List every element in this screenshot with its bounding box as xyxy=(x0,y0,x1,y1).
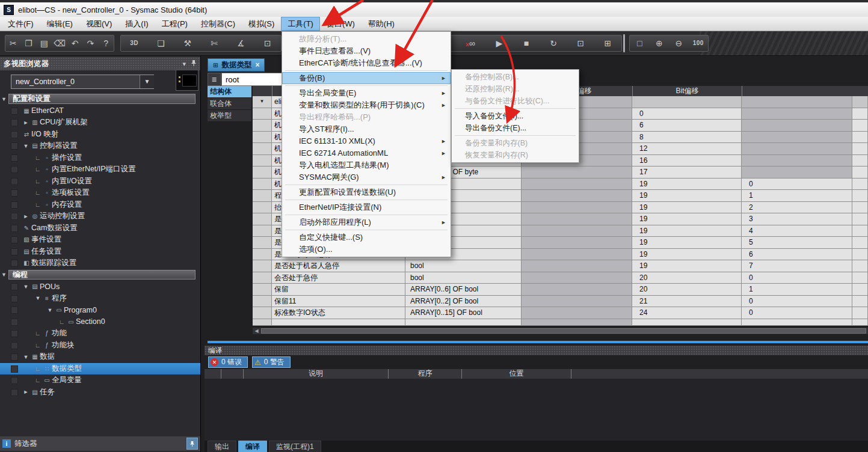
pane-splitter[interactable] xyxy=(208,341,868,343)
menu-item-import-st-program[interactable]: 导入ST程序(I)... xyxy=(282,123,451,135)
menu-item-export-backup-file[interactable]: 导出备份文件(E)... xyxy=(452,122,579,134)
expander-icon[interactable]: ▼ xyxy=(34,295,42,301)
watch-monitor-off-icon[interactable]: ∞× xyxy=(466,35,479,51)
menu-item-sysmac-gateway[interactable]: SYSMAC网关(G)► xyxy=(282,171,451,183)
row-selector[interactable] xyxy=(253,249,272,261)
fit-page-icon[interactable]: □ xyxy=(633,35,646,51)
cell-comment[interactable] xyxy=(852,272,868,284)
cell-byte-offset[interactable]: 12 xyxy=(632,143,742,155)
row-selector[interactable] xyxy=(253,237,272,249)
cell-offset-type[interactable] xyxy=(522,260,632,272)
cell-byte-offset[interactable]: 0 xyxy=(632,108,742,120)
row-selector[interactable] xyxy=(253,120,272,132)
cell-bit-offset[interactable]: 7 xyxy=(742,260,852,272)
menubar-item-tools[interactable]: 工具(T) xyxy=(281,17,320,31)
cell-offset-type[interactable] xyxy=(522,272,632,284)
bottom-tab-output[interactable]: 输出 xyxy=(208,441,236,452)
cell-bit-offset[interactable] xyxy=(742,132,852,144)
row-selector[interactable] xyxy=(253,132,272,144)
cell-byte-offset[interactable]: 21 xyxy=(632,296,742,308)
expander-icon[interactable]: ▼ xyxy=(46,307,54,313)
cell-offset-type[interactable] xyxy=(522,296,632,308)
measure-icon[interactable]: ∡ xyxy=(234,35,247,51)
cell-bit-offset[interactable]: 2 xyxy=(742,202,852,214)
cell-byte-offset[interactable]: 6 xyxy=(632,120,742,132)
tree-item-function-blocks[interactable]: ∟ƒ功能块 xyxy=(0,340,200,352)
row-selector[interactable] xyxy=(253,225,272,237)
cell-byte-offset[interactable]: 19 xyxy=(632,260,742,272)
cell-bit-offset[interactable]: 3 xyxy=(742,213,852,225)
tree-item-pous[interactable]: ▼▤POUs xyxy=(0,281,200,293)
cell-byte-offset[interactable]: 19 xyxy=(632,190,742,202)
menu-item-import-motor-sizing-tool-results[interactable]: 导入电机选型工具结果(M) xyxy=(282,159,451,171)
cell-bit-offset[interactable] xyxy=(742,155,852,167)
menu-item-ethernet-ip-connection-settings[interactable]: EtherNet/IP连接设置(N) xyxy=(282,201,451,213)
paste-icon[interactable]: ▤ xyxy=(37,35,51,51)
cell-comment[interactable] xyxy=(852,284,868,296)
cell-comment[interactable] xyxy=(852,166,868,179)
cell-bit-offset[interactable] xyxy=(742,120,852,132)
cell-name[interactable]: 标准数字IO状态 xyxy=(272,307,405,319)
tree-item-global-variables[interactable]: ∟▭全局变量 xyxy=(0,374,200,386)
cell-comment[interactable] xyxy=(852,132,868,144)
tree-item-data-types[interactable]: ∟∷数据类型 xyxy=(0,363,200,375)
column-header-5[interactable] xyxy=(742,86,852,96)
menubar-item-window[interactable]: 窗口(W) xyxy=(320,17,362,31)
filter-label[interactable]: 筛选器 xyxy=(14,439,186,449)
cell-byte-offset[interactable]: 24 xyxy=(632,307,742,319)
expander-icon[interactable]: ▼ xyxy=(22,354,30,360)
split-section-icon[interactable]: ✄ xyxy=(208,35,221,51)
cell-comment[interactable] xyxy=(852,143,868,155)
row-selector[interactable] xyxy=(253,272,272,284)
cell-comment[interactable] xyxy=(852,120,868,132)
transfer-to-controller-icon[interactable]: ⊡ xyxy=(574,35,587,51)
menu-item-variable-and-data-type-comments[interactable]: 变量和数据类型的注释(用于切换)(C)► xyxy=(282,99,451,111)
menu-item-options[interactable]: 选项(O)... xyxy=(282,243,451,255)
cell-offset-type[interactable] xyxy=(522,213,632,225)
cell-bit-offset[interactable] xyxy=(742,96,852,108)
column-header-4[interactable]: Bit偏移 xyxy=(632,86,742,96)
cell-byte-offset[interactable]: 16 xyxy=(632,155,742,167)
filter-pin-icon[interactable] xyxy=(186,438,198,450)
row-selector[interactable] xyxy=(253,213,272,225)
undo-icon[interactable]: ↶ xyxy=(69,35,82,51)
cell-comment[interactable] xyxy=(852,307,868,319)
cell-comment[interactable] xyxy=(852,96,868,108)
row-selector[interactable] xyxy=(253,179,272,191)
row-selector[interactable] xyxy=(253,307,272,319)
tree-item-cpu-expansion-racks[interactable]: ►▥CPU/扩展机架 xyxy=(0,117,200,129)
cell-bit-offset[interactable]: 6 xyxy=(742,249,852,261)
cell-comment[interactable] xyxy=(852,202,868,214)
build-tool-icon[interactable]: ⚒ xyxy=(181,35,194,51)
cell-bit-offset[interactable]: 5 xyxy=(742,237,852,249)
cell-base-type[interactable]: ARRAY[0..6] OF bool xyxy=(405,284,522,296)
tree-item-option-board-settings[interactable]: ∟▫选项板设置 xyxy=(0,187,200,199)
menu-item-update-configuration-transfer-data[interactable]: 更新配置和设置传送数据(U) xyxy=(282,186,451,198)
menu-item-customize-shortcut-keys[interactable]: 自定义快捷键...(S) xyxy=(282,231,451,243)
tree-item-event-settings[interactable]: ▧事件设置 xyxy=(0,234,200,246)
cell-bit-offset[interactable]: 0 xyxy=(742,272,852,284)
pin-icon[interactable] xyxy=(191,60,197,68)
cell-base-type[interactable]: bool xyxy=(405,272,522,284)
cell-name[interactable]: 保留11 xyxy=(272,296,405,308)
tree-item-functions[interactable]: ∟ƒ功能 xyxy=(0,328,200,340)
menubar-item-file[interactable]: 文件(F) xyxy=(1,17,40,31)
cell-base-type[interactable]: ARRAY[0..15] OF bool xyxy=(405,307,522,319)
row-selector[interactable] xyxy=(253,166,272,179)
cell-offset-type[interactable] xyxy=(522,249,632,261)
cell-byte-offset[interactable] xyxy=(632,96,742,108)
tree-item-motion-control-setup[interactable]: ►◎运动控制设置 xyxy=(0,210,200,222)
bottom-tab-build[interactable]: 编译 xyxy=(238,441,267,452)
menu-item-launch-external-application[interactable]: 启动外部应用程序(L)► xyxy=(282,216,451,228)
cell-bit-offset[interactable] xyxy=(742,143,852,155)
cell-bit-offset[interactable] xyxy=(742,108,852,120)
cell-offset-type[interactable] xyxy=(522,225,632,237)
cell-comment[interactable] xyxy=(852,108,868,120)
menubar-item-controller[interactable]: 控制器(C) xyxy=(194,17,242,31)
tree-item-io-map[interactable]: ⇄I/O 映射 xyxy=(0,129,200,141)
cell-name[interactable]: 保留 xyxy=(272,284,405,296)
zoom-in-icon[interactable]: ⊕ xyxy=(653,35,666,51)
menu-item-ethercat-diagnosis-statistics-viewer[interactable]: EtherCAT诊断/统计信息查看器...(V) xyxy=(282,57,451,69)
tab-data-types[interactable]: ⊞ 数据类型 × xyxy=(208,58,265,72)
scrollbar-thumb[interactable] xyxy=(261,328,866,334)
